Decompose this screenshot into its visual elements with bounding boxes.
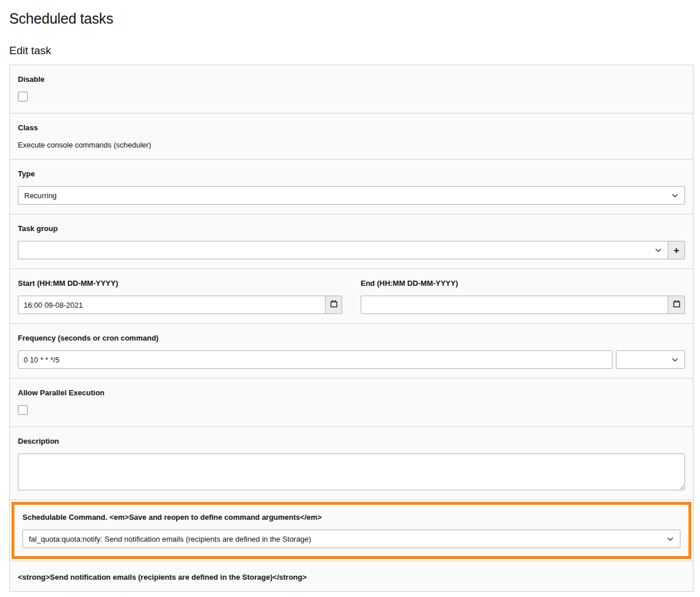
parallel-execution-label: Allow Parallel Execution <box>18 388 685 398</box>
start-datepicker-button[interactable] <box>325 296 342 314</box>
page-title: Scheduled tasks <box>9 10 694 27</box>
start-label: Start (HH:MM DD-MM-YYYY) <box>18 278 342 288</box>
frequency-preset-select[interactable] <box>616 350 685 369</box>
start-input[interactable] <box>18 296 326 314</box>
disable-checkbox[interactable] <box>18 92 28 101</box>
task-group-label: Task group <box>18 224 685 233</box>
edit-task-form: Disable Class Execute console commands (… <box>9 65 694 592</box>
end-column: End (HH:MM DD-MM-YYYY) <box>361 278 685 314</box>
command-info-text: <strong>Send notification emails (recipi… <box>18 572 685 582</box>
chevron-down-icon <box>667 535 674 543</box>
field-frequency: Frequency (seconds or cron command) <box>9 323 694 379</box>
start-column: Start (HH:MM DD-MM-YYYY) <box>18 278 342 314</box>
edit-task-heading: Edit task <box>9 44 694 57</box>
task-group-select[interactable] <box>18 241 668 259</box>
end-label: End (HH:MM DD-MM-YYYY) <box>361 278 685 288</box>
end-datepicker-button[interactable] <box>668 296 685 314</box>
schedulable-command-value: fal_quota:quota:notify: Send notificatio… <box>29 535 311 543</box>
class-label: Class <box>18 123 685 133</box>
chevron-down-icon <box>654 247 662 254</box>
field-schedulable-command: Schedulable Command. <em>Save and reopen… <box>9 500 694 561</box>
chevron-down-icon <box>671 192 679 199</box>
field-start-end: Start (HH:MM DD-MM-YYYY) End (HH:MM DD-M… <box>9 269 694 324</box>
frequency-label: Frequency (seconds or cron command) <box>18 333 685 343</box>
schedulable-command-select[interactable]: fal_quota:quota:notify: Send notificatio… <box>22 530 680 548</box>
field-parallel-execution: Allow Parallel Execution <box>9 378 694 427</box>
add-task-group-button[interactable]: + <box>668 241 685 259</box>
calendar-icon <box>330 300 338 310</box>
page: Scheduled tasks Edit task Disable Class … <box>0 0 700 597</box>
type-label: Type <box>18 169 685 179</box>
field-command-info: <strong>Send notification emails (recipi… <box>9 561 694 592</box>
type-select[interactable]: Recurring <box>18 186 685 205</box>
end-input[interactable] <box>361 296 668 314</box>
frequency-input[interactable] <box>18 350 612 369</box>
field-description: Description <box>9 426 694 500</box>
field-class: Class Execute console commands (schedule… <box>9 113 694 160</box>
schedulable-command-highlight: Schedulable Command. <em>Save and reopen… <box>12 502 691 559</box>
description-textarea[interactable] <box>18 454 685 490</box>
calendar-icon <box>672 300 681 310</box>
disable-label: Disable <box>18 74 685 84</box>
schedulable-command-label: Schedulable Command. <em>Save and reopen… <box>22 512 680 522</box>
class-value: Execute console commands (scheduler) <box>18 140 685 150</box>
chevron-down-icon <box>671 356 679 364</box>
field-type: Type Recurring <box>9 159 694 214</box>
field-task-group: Task group + <box>9 214 694 269</box>
parallel-execution-checkbox[interactable] <box>18 405 28 415</box>
type-select-value: Recurring <box>24 191 56 200</box>
description-label: Description <box>18 436 685 446</box>
plus-icon: + <box>673 245 679 255</box>
field-disable: Disable <box>9 65 694 114</box>
